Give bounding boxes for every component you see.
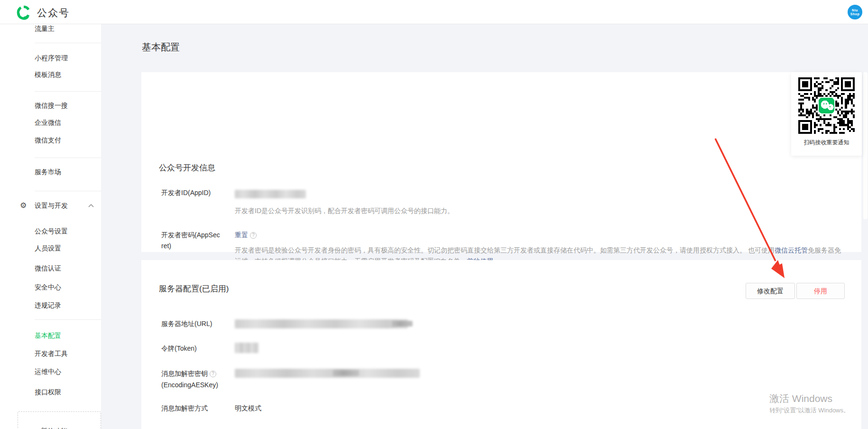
aeskey-help-icon[interactable]: ? (210, 371, 216, 377)
encrypt-mode-label: 消息加解密方式 (161, 404, 208, 413)
sidebar-item-dev-tools[interactable]: 开发者工具 (35, 349, 68, 358)
appid-description: 开发者ID是公众号开发识别码，配合开发者密码可调用公众号的接口能力。 (235, 205, 454, 216)
appsecret-desc-text: 免服务器免 (808, 246, 841, 254)
sidebar-item-verification[interactable]: 微信认证 (35, 263, 61, 273)
disable-button[interactable]: 停用 (796, 283, 845, 299)
sidebar-divider (35, 43, 101, 43)
modify-config-button[interactable]: 修改配置 (746, 283, 795, 299)
new-features-button[interactable]: ＋新的功能 (18, 411, 101, 429)
aeskey-label-line1: 消息加解密密钥? (161, 370, 216, 378)
sidebar-item-template-message[interactable]: 模板消息 (35, 70, 61, 79)
appsecret-desc-text: 开发者密码是校验公众号开发者身份的密码，具有极高的安全性。切记勿把密码直接交给第… (235, 246, 775, 254)
server-url-value-redacted (392, 321, 413, 326)
token-value-redacted (235, 343, 259, 353)
sidebar-item-violation-record[interactable]: 违规记录 (35, 300, 61, 310)
scrollbar[interactable] (863, 72, 868, 219)
dev-info-section-title: 公众号开发信息 (159, 162, 215, 173)
encrypt-mode-value: 明文模式 (235, 404, 261, 413)
token-label: 令牌(Token) (161, 345, 197, 353)
sidebar-item-api-permissions[interactable]: 接口权限 (35, 387, 61, 397)
aeskey-label-text: 消息加解密密钥 (161, 370, 208, 377)
new-features-label: 新的功能 (41, 427, 67, 429)
sidebar-divider (35, 191, 101, 191)
sidebar-divider (35, 91, 101, 92)
wechat-mp-logo-icon[interactable] (16, 5, 31, 20)
sidebar-item-ops-center[interactable]: 运维中心 (35, 367, 61, 376)
appsecret-label-line2: ret) (161, 242, 171, 250)
account-avatar[interactable]: Niu Shop (848, 5, 862, 19)
sidebar-nav: 流量主 小程序管理 模板消息 微信搜一搜 企业微信 微信支付 服务市场 ⚙ 设置… (0, 24, 101, 429)
sidebar-divider (35, 158, 101, 158)
qr-code-image (798, 77, 855, 134)
avatar-text-line1: Niu (848, 9, 862, 12)
sidebar-item-security-center[interactable]: 安全中心 (35, 282, 61, 292)
aeskey-value-redacted (333, 370, 359, 376)
sidebar-item-search[interactable]: 微信搜一搜 (35, 101, 68, 110)
qr-notice-panel: 扫码接收重要通知 (791, 72, 862, 156)
aeskey-label-line2: (EncodingAESKey) (161, 381, 218, 389)
brand-wordmark: 公众号 (37, 6, 70, 19)
reset-appsecret-link[interactable]: 重置 (235, 231, 248, 239)
server-config-section-title: 服务器配置(已启用) (159, 283, 229, 294)
aeskey-value-redacted (235, 369, 420, 378)
appsecret-help-icon[interactable]: ? (250, 232, 257, 239)
sidebar-item-staff-settings[interactable]: 人员设置 (35, 243, 61, 253)
server-config-card: 服务器配置(已启用) 修改配置 停用 服务器地址(URL) 令牌(Token) … (141, 260, 861, 429)
sidebar-item-account-settings[interactable]: 公众号设置 (35, 226, 68, 236)
plus-icon: ＋ (27, 427, 34, 429)
sidebar-item-service-market[interactable]: 服务市场 (35, 167, 61, 177)
server-url-value-redacted (235, 319, 408, 328)
windows-activation-watermark-line2: 转到“设置”以激活 Windows。 (769, 406, 850, 415)
app-root: 公众号 Niu Shop 流量主 小程序管理 模板消息 微信搜一搜 企业微信 微… (0, 0, 868, 429)
sidebar-item-miniprogram[interactable]: 小程序管理 (35, 53, 68, 63)
sidebar-divider (35, 319, 101, 320)
appid-label: 开发者ID(AppID) (161, 189, 211, 197)
gear-icon: ⚙ (20, 201, 27, 210)
sidebar-item-wecom[interactable]: 企业微信 (35, 118, 61, 127)
server-url-label: 服务器地址(URL) (161, 320, 212, 328)
windows-activation-watermark-line1: 激活 Windows (769, 392, 832, 405)
sidebar-item-traffic[interactable]: 流量主 (35, 24, 55, 33)
appsecret-label-line1: 开发者密码(AppSec (161, 231, 220, 240)
page-title: 基本配置 (142, 41, 180, 54)
sidebar-group-settings-dev[interactable]: 设置与开发 (35, 201, 68, 210)
top-header: 公众号 Niu Shop (0, 0, 868, 24)
sidebar-item-wepay[interactable]: 微信支付 (35, 135, 61, 145)
cloud-hosting-link[interactable]: 微信云托管 (775, 246, 808, 254)
chevron-up-icon[interactable] (88, 201, 94, 210)
dev-info-card: 公众号开发信息 开发者ID(AppID) 开发者ID是公众号开发识别码，配合开发… (141, 72, 861, 252)
sidebar-item-basic-config[interactable]: 基本配置 (35, 331, 61, 340)
avatar-text-line2: Shop (848, 12, 862, 16)
qr-caption: 扫码接收重要通知 (791, 139, 862, 147)
appid-value-redacted (235, 190, 306, 198)
appsecret-actions: 重置? (235, 231, 257, 240)
